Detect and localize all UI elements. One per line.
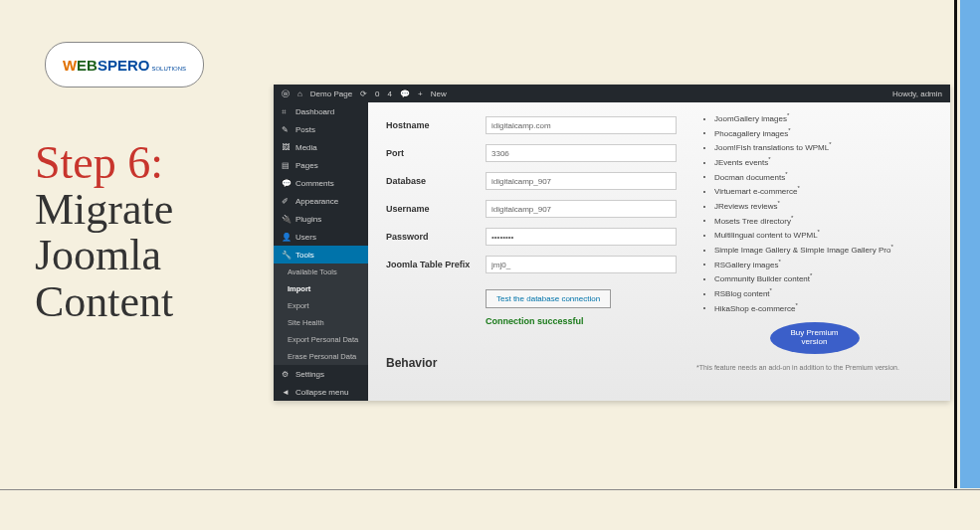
list-item: JReviews reviews* (714, 200, 932, 211)
buy-premium-button[interactable]: Buy Premium version (770, 322, 860, 354)
sidebar-item-posts[interactable]: ✎Posts (274, 120, 368, 138)
sidebar-item-settings[interactable]: ⚙Settings (274, 365, 368, 383)
list-item: Phocagallery images* (714, 127, 932, 138)
step-number: Step 6: (35, 139, 264, 187)
wrench-icon: 🔧 (282, 251, 291, 260)
collapse-icon: ◄ (282, 388, 291, 397)
admin-bar: ⓦ ⌂ Demo Page ⟳ 0 4 💬 + New Howdy, admin (274, 85, 950, 102)
username-input[interactable] (486, 200, 677, 218)
main-content: Hostname Port Database Username Password… (368, 102, 950, 401)
plus-icon[interactable]: + (418, 89, 423, 98)
list-item: Docman documents* (714, 171, 932, 182)
feature-list-column: JoomGallery images* Phocagallery images*… (686, 102, 950, 401)
new-label[interactable]: New (431, 89, 447, 98)
feature-list: JoomGallery images* Phocagallery images*… (696, 112, 932, 312)
list-item: Joom!Fish translations to WPML* (714, 141, 932, 152)
list-item: Community Builder content* (714, 272, 932, 283)
updates-count: 0 (375, 89, 379, 98)
sidebar-sub-site-health[interactable]: Site Health (274, 314, 368, 331)
list-item: Virtuemart e-commerce* (714, 185, 932, 196)
port-label: Port (386, 148, 486, 158)
logo: WEBSPEROSOLUTIONS (45, 42, 204, 88)
sidebar-item-media[interactable]: 🖼Media (274, 138, 368, 156)
list-item: RSGallery images* (714, 259, 932, 269)
bottom-guide-line (0, 489, 980, 490)
sidebar-item-users[interactable]: 👤Users (274, 228, 368, 246)
sidebar-sub-export-personal[interactable]: Export Personal Data (274, 331, 368, 348)
sidebar-sub-erase-personal[interactable]: Erase Personal Data (274, 348, 368, 365)
behavior-heading: Behavior (386, 356, 677, 370)
step-title: Step 6: Migrate Joomla Content (35, 139, 264, 325)
gear-icon: ⚙ (282, 370, 291, 379)
database-input[interactable] (486, 172, 677, 190)
title-line2: Joomla (35, 233, 264, 278)
logo-sub: SOLUTIONS (151, 66, 186, 72)
page-icon: ▤ (282, 161, 291, 170)
list-item: JEvents events* (714, 156, 932, 167)
list-item: Mosets Tree directory* (714, 215, 932, 226)
media-icon: 🖼 (282, 143, 291, 152)
password-label: Password (386, 232, 486, 242)
hostname-label: Hostname (386, 120, 486, 130)
title-line3: Content (35, 279, 264, 325)
blue-strip-decoration (960, 0, 980, 488)
user-icon: 👤 (282, 233, 291, 242)
hostname-input[interactable] (486, 116, 677, 134)
sidebar-sub-export[interactable]: Export (274, 297, 368, 314)
site-name[interactable]: Demo Page (310, 89, 352, 98)
sidebar-item-appearance[interactable]: ✐Appearance (274, 192, 368, 210)
buy-line2: version (802, 338, 828, 347)
db-form: Hostname Port Database Username Password… (368, 102, 686, 401)
sidebar-item-dashboard[interactable]: ⌗Dashboard (274, 102, 368, 120)
logo-part-w: W (63, 57, 77, 74)
comment-icon: 💬 (282, 179, 291, 188)
sidebar-item-comments[interactable]: 💬Comments (274, 174, 368, 192)
list-item: JoomGallery images* (714, 112, 932, 123)
pin-icon: ✎ (282, 125, 291, 134)
dashboard-icon: ⌗ (282, 107, 291, 116)
logo-text: WEBSPEROSOLUTIONS (63, 57, 186, 74)
sidebar-collapse[interactable]: ◄Collapse menu (274, 383, 368, 401)
sidebar-item-tools[interactable]: 🔧Tools (274, 246, 368, 264)
password-input[interactable] (486, 228, 677, 246)
port-input[interactable] (486, 144, 677, 162)
home-icon[interactable]: ⌂ (297, 89, 302, 98)
plug-icon: 🔌 (282, 215, 291, 224)
admin-sidebar: ⌗Dashboard ✎Posts 🖼Media ▤Pages 💬Comment… (274, 102, 368, 401)
list-item: HikaShop e-commerce* (714, 302, 932, 313)
premium-footnote: *This feature needs an add-on in additio… (696, 364, 932, 371)
username-label: Username (386, 204, 486, 214)
sidebar-item-plugins[interactable]: 🔌Plugins (274, 210, 368, 228)
prefix-label: Joomla Table Prefix (386, 260, 486, 269)
sidebar-sub-import[interactable]: Import (274, 280, 368, 297)
test-connection-button[interactable]: Test the database connection (486, 289, 611, 308)
howdy-user[interactable]: Howdy, admin (892, 89, 942, 98)
list-item: Simple Image Gallery & Simple Image Gall… (714, 244, 932, 255)
comments-count[interactable]: 4 (388, 89, 392, 98)
database-label: Database (386, 176, 486, 186)
comment-icon[interactable]: 💬 (400, 89, 410, 98)
updates-icon[interactable]: ⟳ (360, 89, 367, 98)
logo-part-spero: SPERO (98, 57, 150, 74)
list-item: Multilingual content to WPML* (714, 229, 932, 240)
list-item: RSBlog content* (714, 287, 932, 298)
brush-icon: ✐ (282, 197, 291, 206)
sidebar-item-pages[interactable]: ▤Pages (274, 156, 368, 174)
connection-success-msg: Connection successful (486, 316, 677, 326)
prefix-input[interactable] (486, 256, 677, 273)
sidebar-sub-available-tools[interactable]: Available Tools (274, 264, 368, 280)
title-line1: Migrate (35, 187, 264, 233)
logo-part-eb: EB (77, 57, 98, 74)
wp-admin-screenshot: ⓦ ⌂ Demo Page ⟳ 0 4 💬 + New Howdy, admin… (274, 85, 950, 401)
wp-logo-icon[interactable]: ⓦ (282, 88, 290, 99)
